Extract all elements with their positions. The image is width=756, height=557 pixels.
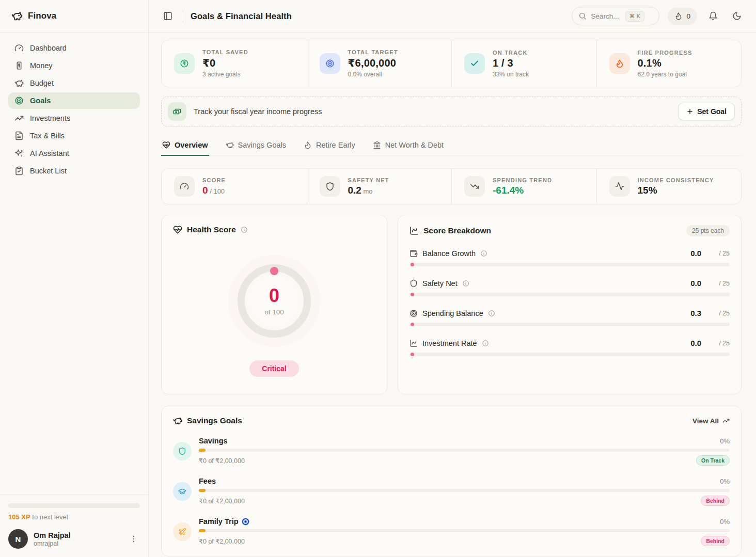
xp-progress-bar: [8, 503, 140, 508]
xp-text: 105 XP to next level: [8, 513, 140, 521]
tab-overview[interactable]: Overview: [161, 138, 209, 156]
stat-sub: 3 active goals: [202, 71, 248, 78]
tab-net-worth-debt[interactable]: Net Worth & Debt: [372, 138, 445, 156]
info-icon[interactable]: [241, 226, 248, 233]
tab-savings-goals[interactable]: Savings Goals: [225, 138, 288, 156]
card-title: Health Score: [187, 225, 236, 234]
stat-label: TOTAL SAVED: [202, 49, 248, 55]
notifications-button[interactable]: [705, 8, 721, 24]
goal-name: Fees: [199, 477, 216, 485]
card-title: Savings Goals: [187, 416, 242, 425]
set-goal-button[interactable]: Set Goal: [678, 103, 735, 120]
score-breakdown-card: Score Breakdown 25 pts each Balance Grow…: [398, 215, 742, 394]
user-menu-button[interactable]: [128, 533, 140, 545]
divider: [183, 10, 183, 22]
piggy-bank-icon: [14, 78, 24, 88]
metric-value: -61.4%: [493, 185, 552, 196]
sidebar-nav: Dashboard Money Budget Goals Investments…: [0, 33, 148, 186]
overview-metrics-row: SCORE 0 / 100 SAFETY NET 0.2 mo SPENDING…: [161, 168, 742, 204]
income-progress-banner: Track your fiscal year income progress S…: [161, 97, 742, 126]
rupee-circle-icon: [174, 53, 195, 74]
xp-highlight: 105 XP: [8, 513, 30, 521]
sidebar-item-ai-assistant[interactable]: AI Assistant: [8, 145, 140, 162]
goal-row-family-trip[interactable]: Family Trip 0% ₹0 of ₹2,00,000 Behind: [173, 517, 730, 546]
brand-logo: Finova: [0, 0, 148, 33]
breakdown-row-spending-balance: Spending Balance 0.3 / 25: [410, 309, 730, 326]
sidebar-item-label: Investments: [30, 114, 70, 122]
piggy-bank-icon: [226, 141, 234, 149]
breakdown-label: Spending Balance: [422, 309, 483, 317]
tab-retire-early[interactable]: Retire Early: [303, 138, 356, 156]
piggy-bank-icon: [173, 416, 182, 425]
user-handle: omrajpal: [34, 540, 71, 547]
points-badge: 25 pts each: [686, 225, 730, 236]
info-icon[interactable]: [462, 280, 469, 287]
main-area: Goals & Financial Health Search... ⌘ K 0…: [149, 0, 756, 557]
nazar-amulet-icon: [242, 518, 249, 526]
goal-progress-bar: [199, 489, 730, 492]
banknote-icon: [14, 61, 24, 70]
stat-value: ₹0: [202, 57, 248, 69]
goal-percent: 0%: [720, 437, 730, 445]
metric-spending-trend: SPENDING TREND -61.4%: [451, 169, 596, 204]
stat-sub: 0.0% overall: [348, 71, 398, 78]
plane-icon: [173, 522, 192, 541]
flame-icon: [304, 141, 312, 149]
goal-name: Family Trip: [199, 517, 239, 526]
trending-down-icon: [464, 176, 485, 197]
chart-spline-icon: [410, 226, 419, 235]
top-bar: Goals & Financial Health Search... ⌘ K 0: [149, 0, 756, 33]
breakdown-progress-bar: [410, 323, 730, 326]
goal-row-fees[interactable]: Fees 0% ₹0 of ₹2,00,000 Behind: [173, 477, 730, 506]
sidebar-item-tax-bills[interactable]: Tax & Bills: [8, 128, 140, 144]
breakdown-row-safety-net: Safety Net 0.0 / 25: [410, 279, 730, 296]
sidebar-item-dashboard[interactable]: Dashboard: [8, 40, 140, 56]
metric-label: SPENDING TREND: [493, 177, 552, 183]
summary-stats-row: TOTAL SAVED ₹0 3 active goals TOTAL TARG…: [161, 40, 742, 87]
goal-amount: ₹0 of ₹2,00,000: [199, 497, 245, 505]
savings-goals-card: Savings Goals View All Savings 0% ₹0 of …: [161, 406, 742, 556]
stat-on-track: ON TRACK 1 / 3 33% on track: [451, 40, 596, 87]
goal-progress-bar: [199, 449, 730, 452]
shield-icon: [410, 279, 418, 288]
sidebar-toggle-button[interactable]: [160, 8, 176, 24]
trending-up-icon: [14, 114, 24, 123]
breakdown-row-balance-growth: Balance Growth 0.0 / 25: [410, 249, 730, 266]
goal-percent: 0%: [720, 478, 730, 485]
sidebar-item-budget[interactable]: Budget: [8, 75, 140, 91]
heart-pulse-icon: [162, 141, 170, 149]
goal-name: Savings: [199, 437, 228, 445]
heart-pulse-icon: [173, 225, 182, 234]
stat-total-saved: TOTAL SAVED ₹0 3 active goals: [162, 40, 307, 87]
gauge-icon: [174, 176, 195, 197]
stat-value: 0.1%: [638, 57, 692, 69]
stat-label: FIRE PROGRESS: [638, 50, 692, 56]
dark-mode-toggle[interactable]: [729, 8, 745, 24]
view-all-link[interactable]: View All: [692, 417, 730, 425]
sidebar-item-money[interactable]: Money: [8, 57, 140, 74]
metric-value: 15%: [638, 185, 714, 196]
info-icon[interactable]: [488, 310, 495, 317]
flame-icon: [674, 12, 683, 20]
streak-counter[interactable]: 0: [668, 8, 697, 25]
sidebar-item-label: Tax & Bills: [30, 132, 65, 140]
search-input[interactable]: Search... ⌘ K: [572, 7, 659, 25]
gauge-icon: [14, 43, 24, 53]
sidebar-item-bucket-list[interactable]: Bucket List: [8, 163, 140, 179]
metric-value: 0 / 100: [202, 185, 226, 196]
info-icon[interactable]: [482, 340, 489, 347]
stat-total-target: TOTAL TARGET ₹6,00,000 0.0% overall: [307, 40, 452, 87]
status-badge: Critical: [249, 360, 298, 377]
user-profile[interactable]: N Om Rajpal omrajpal: [8, 529, 140, 549]
shield-icon: [173, 442, 192, 460]
search-icon: [578, 12, 587, 20]
search-shortcut-badge: ⌘ K: [625, 11, 644, 22]
content: TOTAL SAVED ₹0 3 active goals TOTAL TARG…: [149, 33, 756, 557]
sidebar-item-goals[interactable]: Goals: [8, 92, 140, 109]
health-score-gauge: 0 of 100: [238, 264, 311, 338]
shield-icon: [320, 176, 340, 197]
goal-row-savings[interactable]: Savings 0% ₹0 of ₹2,00,000 On Track: [173, 437, 730, 466]
target-icon: [410, 309, 418, 317]
sidebar-item-investments[interactable]: Investments: [8, 110, 140, 126]
info-icon[interactable]: [480, 250, 487, 257]
